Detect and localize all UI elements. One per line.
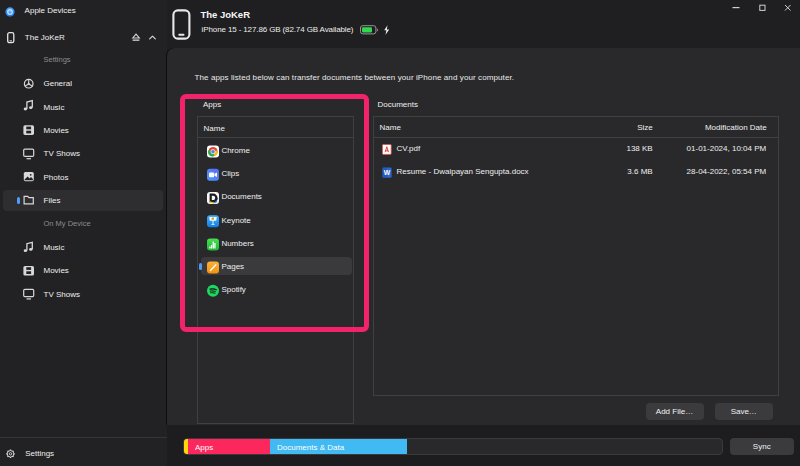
svg-text:W: W bbox=[384, 170, 391, 177]
